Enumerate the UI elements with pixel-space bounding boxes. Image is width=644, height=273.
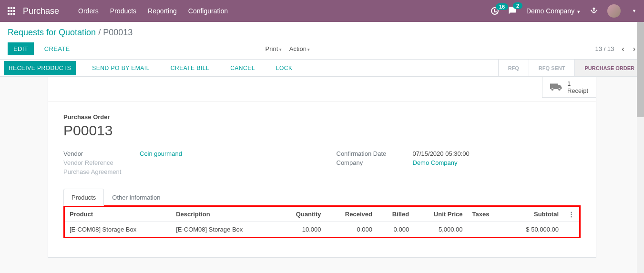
- pager: 13 / 13 ‹ ›: [595, 45, 636, 53]
- cell-taxes: [468, 222, 505, 237]
- cell-quantity: 10.000: [277, 222, 326, 237]
- status-rfq[interactable]: RFQ: [498, 60, 529, 76]
- receipt-label: Receipt: [567, 87, 588, 94]
- status-rfq-sent[interactable]: RFQ SENT: [529, 60, 575, 76]
- form-sheet: 1 Receipt Purchase Order P00013 VendorCo…: [48, 77, 596, 258]
- cell-received: 0.000: [326, 222, 377, 237]
- vendor-label: Vendor: [63, 150, 140, 157]
- notebook-tabs: Products Other Information: [63, 189, 581, 206]
- company-selector[interactable]: Demo Company▼: [526, 7, 581, 15]
- receipt-count: 1: [567, 80, 588, 87]
- send-po-button[interactable]: Send PO by Email: [87, 61, 154, 75]
- activity-indicator[interactable]: 16: [491, 7, 499, 15]
- company-label: Company: [337, 159, 413, 166]
- create-button[interactable]: Create: [39, 42, 76, 55]
- chat-badge: 2: [513, 2, 522, 9]
- col-description: Description: [171, 207, 277, 222]
- col-options-icon[interactable]: ⋮: [563, 207, 579, 222]
- create-bill-button[interactable]: Create Bill: [166, 61, 214, 75]
- breadcrumb: Requests for Quotation / P00013: [8, 28, 636, 38]
- order-lines-highlight: Product Description Quantity Received Bi…: [63, 205, 581, 238]
- receive-products-button[interactable]: Receive Products: [4, 61, 76, 75]
- user-avatar[interactable]: [607, 4, 621, 18]
- activity-badge: 16: [496, 3, 508, 10]
- col-billed: Billed: [377, 207, 414, 222]
- truck-icon: [550, 82, 562, 93]
- user-caret[interactable]: ▼: [632, 9, 636, 13]
- scrollbar[interactable]: [637, 22, 644, 273]
- pager-text: 13 / 13: [595, 45, 614, 52]
- agreement-label: Purchase Agreement: [63, 168, 140, 175]
- cell-product: [E-COM08] Storage Box: [65, 222, 171, 237]
- order-lines-table: Product Description Quantity Received Bi…: [65, 207, 579, 237]
- action-dropdown[interactable]: Action: [289, 45, 310, 52]
- nav-menu: Orders Products Reporting Configuration: [78, 7, 491, 15]
- tab-products[interactable]: Products: [63, 189, 104, 206]
- order-title-label: Purchase Order: [63, 113, 581, 121]
- col-product: Product: [65, 207, 171, 222]
- control-bar: Requests for Quotation / P00013 Edit Cre…: [0, 22, 644, 60]
- company-value[interactable]: Demo Company: [413, 159, 458, 166]
- status-purchase-order[interactable]: PURCHASE ORDER: [574, 60, 644, 76]
- pager-prev[interactable]: ‹: [621, 45, 625, 53]
- action-bar: Receive Products Send PO by Email Create…: [0, 60, 644, 77]
- top-nav: Purchase Orders Products Reporting Confi…: [0, 0, 644, 22]
- edit-button[interactable]: Edit: [8, 42, 34, 55]
- confirmation-date-value: 07/15/2020 05:30:00: [413, 150, 470, 157]
- lock-button[interactable]: Lock: [271, 61, 297, 75]
- messaging-indicator[interactable]: 2: [508, 6, 517, 16]
- vendor-value[interactable]: Coin gourmand: [140, 150, 182, 157]
- col-taxes: Taxes: [468, 207, 505, 222]
- order-name: P00013: [63, 122, 581, 139]
- cell-description: [E-COM08] Storage Box: [171, 222, 277, 237]
- nav-orders[interactable]: Orders: [78, 7, 99, 15]
- col-received: Received: [326, 207, 377, 222]
- nav-products[interactable]: Products: [110, 7, 136, 15]
- confirmation-date-label: Confirmation Date: [337, 150, 413, 157]
- cell-billed: 0.000: [377, 222, 414, 237]
- nav-configuration[interactable]: Configuration: [188, 7, 228, 15]
- cell-unit-price: 5,000.00: [414, 222, 467, 237]
- debug-icon[interactable]: [590, 7, 598, 16]
- scrollbar-thumb[interactable]: [637, 22, 644, 117]
- pager-next[interactable]: ›: [632, 45, 636, 53]
- col-subtotal: Subtotal: [504, 207, 563, 222]
- nav-reporting[interactable]: Reporting: [148, 7, 177, 15]
- receipt-stat-button[interactable]: 1 Receipt: [542, 77, 596, 98]
- app-brand: Purchase: [23, 6, 59, 16]
- col-quantity: Quantity: [277, 207, 326, 222]
- table-row[interactable]: [E-COM08] Storage Box [E-COM08] Storage …: [65, 222, 579, 237]
- status-bar: RFQ RFQ SENT PURCHASE ORDER: [498, 60, 644, 76]
- col-unit-price: Unit Price: [414, 207, 467, 222]
- apps-icon[interactable]: [8, 7, 15, 15]
- tab-other-information[interactable]: Other Information: [104, 189, 168, 206]
- cancel-button[interactable]: Cancel: [225, 61, 260, 75]
- cell-subtotal: $ 50,000.00: [504, 222, 563, 237]
- breadcrumb-current: P00013: [103, 28, 133, 37]
- bug-icon: [590, 7, 598, 14]
- breadcrumb-root[interactable]: Requests for Quotation: [8, 28, 96, 37]
- vendor-ref-label: Vendor Reference: [63, 159, 140, 166]
- print-dropdown[interactable]: Print: [266, 45, 282, 52]
